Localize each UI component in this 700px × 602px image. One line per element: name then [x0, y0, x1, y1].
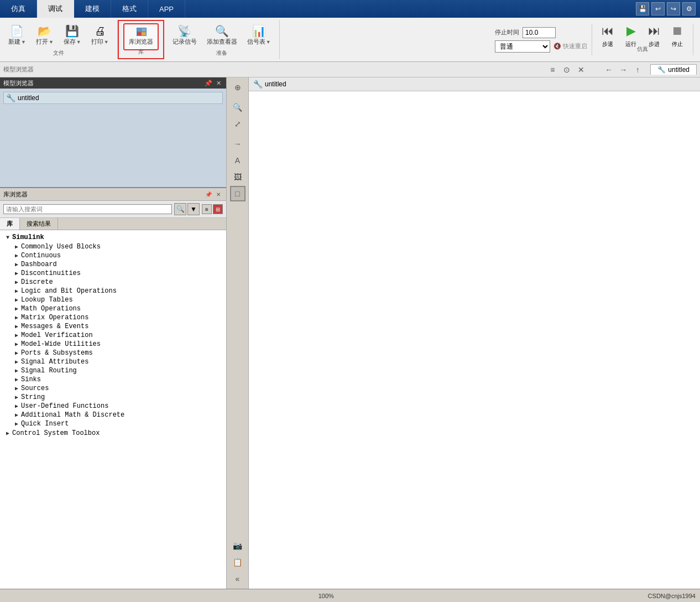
menu-debug[interactable]: 调试 [37, 0, 74, 18]
print-button[interactable]: 🖨 打印 ▼ [87, 23, 113, 49]
save-button[interactable]: 💾 保存 ▼ [60, 23, 85, 49]
tree-item-model-wide[interactable]: ▶ Model-Wide Utilities [0, 340, 226, 349]
nav-tab-untitled[interactable]: 🔧 untitled [650, 64, 697, 75]
tree-root-control-system[interactable]: ▶ Control System Toolbox [0, 428, 226, 438]
signal-attributes-arrow: ▶ [13, 359, 20, 365]
model-browser-pin[interactable]: 📌 [204, 79, 213, 87]
model-wide-label: Model-Wide Utilities [21, 340, 101, 348]
canvas-home-btn[interactable]: ⊕ [230, 80, 245, 95]
menu-model[interactable]: 建模 [74, 0, 111, 18]
step-back-button[interactable]: ⏮ 步退 [597, 25, 619, 48]
canvas-docs-btn[interactable]: 📋 [230, 554, 245, 570]
tree-item-math[interactable]: ▶ Math Operations [0, 304, 226, 313]
model-item-untitled[interactable]: 🔧 untitled [3, 92, 223, 104]
tree-item-commonly-used[interactable]: ▶ Commonly Used Blocks [0, 242, 226, 251]
tree-item-discrete[interactable]: ▶ Discrete [0, 278, 226, 287]
lib-browser: 库浏览器 📌 ✕ 🔍 ▼ ≡ ⊞ 库 [0, 188, 226, 589]
nav-forward-btn[interactable]: → [617, 64, 629, 76]
menu-app[interactable]: APP [148, 0, 185, 18]
stop-button[interactable]: ⏹ 停止 [666, 25, 688, 48]
main-area: 模型浏览器 📌 ✕ 🔧 untitled 库浏览器 📌 ✕ [0, 77, 700, 589]
tree-item-sources[interactable]: ▶ Sources [0, 384, 226, 393]
tree-item-continuous[interactable]: ▶ Continuous [0, 251, 226, 260]
canvas-fit-btn[interactable]: ⤢ [230, 116, 245, 132]
new-dropdown[interactable]: ▼ [21, 39, 26, 45]
sim-section-label: 仿真 [637, 45, 648, 53]
tree-item-messages[interactable]: ▶ Messages & Events [0, 322, 226, 331]
canvas-camera-btn[interactable]: 📷 [230, 538, 245, 553]
matrix-arrow: ▶ [13, 314, 20, 321]
lib-tab-library[interactable]: 库 [0, 218, 20, 230]
save-icon-btn[interactable]: 💾 [636, 2, 649, 15]
canvas-nav-btn[interactable]: → [230, 136, 245, 152]
nav-up-btn[interactable]: ↑ [631, 64, 644, 76]
nav-bar: 模型浏览器 ≡ ⊙ ✕ ← → ↑ 🔧 untitled [0, 62, 700, 77]
nav-close-btn[interactable]: ✕ [575, 64, 587, 76]
signal-table-icon: 📊 [252, 25, 266, 37]
run-button[interactable]: ▶ 运行 [620, 25, 642, 48]
open-button[interactable]: 📂 打开 ▼ [32, 23, 58, 49]
lib-view-list-btn[interactable]: ≡ [202, 204, 212, 214]
tree-item-quick-insert[interactable]: ▶ Quick Insert [0, 419, 226, 428]
lib-tree[interactable]: ▼ Simulink ▶ Commonly Used Blocks ▶ Cont… [0, 230, 226, 589]
tree-item-model-verification[interactable]: ▶ Model Verification [0, 331, 226, 340]
tree-item-additional-math[interactable]: ▶ Additional Math & Discrete [0, 411, 226, 419]
stop-time-input[interactable] [523, 27, 556, 38]
toolbar-sim-section: 停止时间 普通 加速 快速加速 🔇 快速重启 ⏮ 步退 [280, 20, 700, 59]
canvas-title-bar: 🔧 untitled [249, 77, 700, 91]
tree-item-string[interactable]: ▶ String [0, 393, 226, 402]
lib-pin-btn[interactable]: 📌 [204, 190, 213, 199]
tree-item-discontinuities[interactable]: ▶ Discontinuities [0, 269, 226, 278]
tree-item-ports[interactable]: ▶ Ports & Subsystems [0, 349, 226, 357]
canvas-zoom-in-btn[interactable]: 🔍 [230, 100, 245, 115]
record-signal-button[interactable]: 📡 记录信号 [169, 23, 201, 49]
tree-item-logic[interactable]: ▶ Logic and Bit Operations [0, 287, 226, 295]
messages-label: Messages & Events [21, 323, 88, 330]
signal-table-dropdown[interactable]: ▼ [266, 39, 271, 45]
tree-item-dashboard[interactable]: ▶ Dashboard [0, 260, 226, 269]
tree-item-matrix[interactable]: ▶ Matrix Operations [0, 313, 226, 322]
mode-select[interactable]: 普通 加速 快速加速 [495, 40, 550, 53]
nav-circle-btn[interactable]: ⊙ [561, 64, 573, 76]
add-viewer-button[interactable]: 🔍 添加查看器 [203, 23, 241, 49]
tree-item-lookup[interactable]: ▶ Lookup Tables [0, 295, 226, 304]
signal-table-button[interactable]: 📊 信号表 ▼ [243, 23, 275, 49]
lib-browser-button[interactable]: 库浏览器 [123, 23, 159, 50]
signal-attributes-label: Signal Attributes [21, 358, 88, 366]
tree-item-sinks[interactable]: ▶ Sinks [0, 375, 226, 384]
save-label: 保存 [64, 38, 76, 46]
diagram-canvas[interactable] [249, 91, 700, 589]
step-fwd-button[interactable]: ⏭ 步进 [643, 25, 665, 48]
canvas-pointer-btn[interactable]: □ [230, 186, 245, 201]
redo-icon-btn[interactable]: ↪ [667, 2, 680, 15]
tree-item-user-defined[interactable]: ▶ User-Defined Functions [0, 402, 226, 411]
lib-search-input[interactable] [3, 204, 172, 214]
options-icon-btn[interactable]: ⚙ [682, 2, 696, 15]
model-browser-close[interactable]: ✕ [214, 79, 223, 87]
stop-label: 停止 [666, 39, 688, 49]
canvas-text-btn[interactable]: A [230, 153, 245, 168]
lib-close-btn[interactable]: ✕ [214, 190, 223, 199]
lib-search-btn[interactable]: 🔍 [174, 203, 186, 215]
open-dropdown[interactable]: ▼ [49, 39, 54, 45]
nav-list-btn[interactable]: ≡ [546, 64, 558, 76]
new-button[interactable]: 📄 新建 ▼ [4, 23, 30, 49]
model-browser-titlebar: 模型浏览器 📌 ✕ [0, 77, 226, 89]
save-dropdown[interactable]: ▼ [76, 39, 81, 45]
menu-simulation[interactable]: 仿真 [0, 0, 37, 18]
lib-tab-search[interactable]: 搜索结果 [20, 218, 58, 230]
canvas-collapse-btn[interactable]: « [230, 571, 245, 587]
nav-back-btn[interactable]: ← [603, 64, 615, 76]
canvas-img-btn[interactable]: 🖼 [230, 169, 245, 185]
undo-icon-btn[interactable]: ↩ [651, 2, 665, 15]
canvas-title-label: untitled [265, 80, 286, 88]
speaker-icon: 🔇 [553, 43, 561, 50]
tree-root-simulink[interactable]: ▼ Simulink [0, 232, 226, 242]
print-dropdown[interactable]: ▼ [104, 39, 109, 45]
lib-view-grid-btn[interactable]: ⊞ [213, 204, 223, 214]
menu-format[interactable]: 格式 [111, 0, 148, 18]
tree-item-signal-attributes[interactable]: ▶ Signal Attributes [0, 357, 226, 366]
lib-search-dropdown-btn[interactable]: ▼ [187, 203, 200, 215]
tree-item-signal-routing[interactable]: ▶ Signal Routing [0, 366, 226, 375]
stop-time-group: 停止时间 普通 加速 快速加速 🔇 快速重启 [495, 27, 587, 53]
